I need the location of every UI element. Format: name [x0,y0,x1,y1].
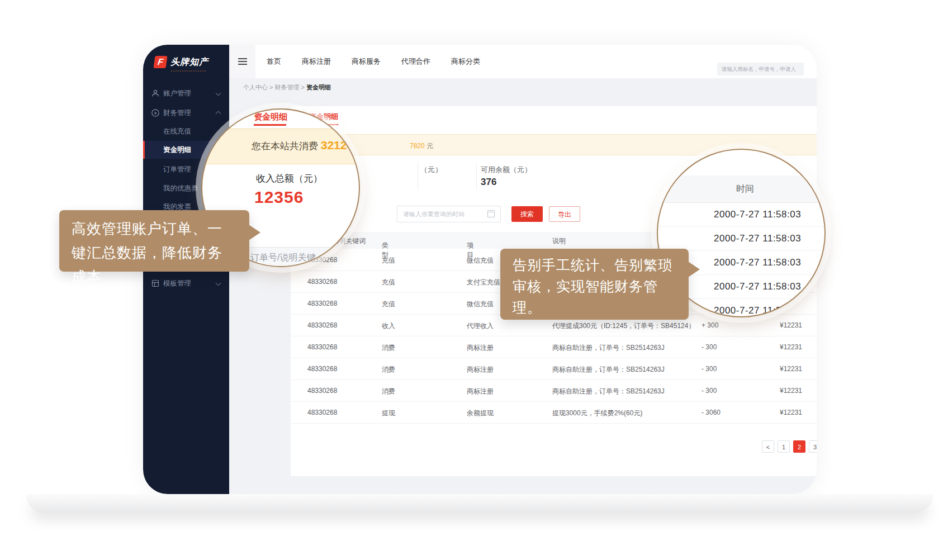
sidebar-item-recharge[interactable]: 在线充值 [143,123,229,140]
nav-links: 首页 商标注册 商标服务 代理合作 商标分类 [267,45,480,78]
sort-caret-icon: ∨ [468,241,472,246]
sidebar-item-label: 在线充值 [163,127,191,136]
sidebar-item-account[interactable]: 账户管理 [143,85,229,102]
callout-arrow-icon [688,262,700,277]
sidebar-item-label: 模板管理 [163,279,191,288]
calendar-icon [487,210,495,217]
nav-link-trademark-register[interactable]: 商标注册 [302,56,331,67]
callout-right-text: 告别手工统计、告别繁琐审核，实现智能财务管理。 [513,257,672,315]
sidebar-item-label: 财务管理 [163,108,191,118]
callout-left: 高效管理账户订单、一键汇总数据，降低财务成本 [59,210,249,272]
sidebar-item-templates[interactable]: 模板管理 [143,275,229,292]
export-button[interactable]: 导出 [549,206,580,222]
brand-name: 头牌知产 [170,56,208,68]
page: F 头牌知产 账户管理 ¥ 财务管理 在线充值 [0,0,948,560]
magnified-tab-label: 资金明细 [254,112,287,122]
callout-arrow-icon [249,225,260,240]
template-icon [151,279,160,288]
stat-balance-value: 376 [481,177,496,188]
table-row[interactable]: 48330268提现余额提现提现3000元，手续费2%(60元)- 3060¥1… [291,401,817,424]
table-row[interactable]: 48330268消费商标注册商标自助注册，订单号：SB2514263J- 300… [291,358,817,380]
brand-logo[interactable]: F 头牌知产 [154,56,208,68]
stat-divider [476,163,477,190]
search-button[interactable]: 搜索 [511,206,543,222]
chevron-down-icon [216,90,221,96]
trademark-search-input[interactable] [717,63,804,75]
nav-link-home[interactable]: 首页 [267,56,281,67]
magnified-banner-text: 您在本站共消费 32124 [252,139,353,153]
wallet-icon: ¥ [151,108,160,117]
magnified-time-row: 2000-7-27 11:58:03 [658,202,824,227]
stat-balance-label: 可用余额（元） [481,165,532,175]
laptop-base [26,494,933,513]
nav-link-trademark-class[interactable]: 商标分类 [451,56,480,67]
sidebar-item-label: 账户管理 [163,89,191,98]
stat-spend-label: （元） [420,165,442,175]
breadcrumb[interactable]: 个人中心 > 财务管理 > 资金明细 [243,83,331,92]
magnified-time-row: 2000-7-27 11:58:03 [658,226,824,251]
breadcrumb-current: 资金明细 [306,84,331,91]
magnified-income-label: 收入总额（元） [256,172,323,185]
top-navbar: 首页 商标注册 商标服务 代理合作 商标分类 [229,45,817,78]
hamburger-icon [238,61,247,62]
chevron-down-icon [216,280,221,286]
sidebar-item-label: 我的优惠券 [163,184,198,193]
sort-caret-icon: ∨ [383,241,387,246]
magnified-time-header: 时间 [736,183,754,195]
callout-right: 告别手工统计、告别繁琐审核，实现智能财务管理。 [500,249,689,320]
col-header-desc: 说明 [552,236,566,246]
pagination: < 1 2 3 4 5 [291,440,817,454]
pagination-page-2[interactable]: 2 [793,440,805,453]
brand-logo-subtext [171,70,206,72]
magnified-tab-underline [254,124,286,126]
breadcrumb-path: 个人中心 > 财务管理 > [243,84,306,91]
pagination-prev-button[interactable]: < [762,440,774,453]
magnified-income-value: 12356 [254,188,304,207]
magnified-column-header: 订单号/说明关键 [250,252,315,264]
svg-text:¥: ¥ [154,111,157,116]
hamburger-menu-button[interactable] [229,45,255,78]
date-range-input[interactable] [397,206,501,222]
brand-logo-icon: F [153,56,167,68]
chevron-up-icon [216,111,221,117]
nav-link-agency[interactable]: 代理合作 [401,56,430,67]
sidebar-item-label: 资金明细 [163,145,191,155]
stat-divider [418,163,418,190]
pagination-page-3[interactable]: 3 [809,440,817,453]
table-row[interactable]: 48330268消费商标注册商标自助注册，订单号：SB2514263J- 300… [291,379,817,402]
sidebar-item-label: 订单管理 [163,165,191,174]
sidebar-item-finance[interactable]: ¥ 财务管理 [143,105,229,121]
table-row[interactable]: 48330268消费商标注册商标自助注册，订单号：SB2514263J- 300… [291,336,817,358]
user-icon [151,89,160,98]
pagination-page-1[interactable]: 1 [778,440,790,453]
banner-amount: 7820 元 [410,141,433,151]
nav-link-trademark-service[interactable]: 商标服务 [352,56,381,67]
